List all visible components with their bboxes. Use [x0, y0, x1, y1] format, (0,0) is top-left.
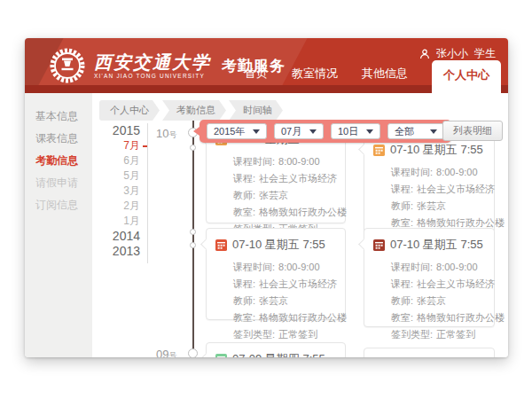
nav-item-other-info[interactable]: 其他信息 [362, 66, 408, 93]
chevron-down-icon [366, 129, 373, 134]
card-date: 07-10 星期五 7:55 [390, 142, 483, 158]
person-icon [419, 49, 430, 59]
user-name: 张小小 [436, 46, 468, 61]
field-value: 格物致知行政办公楼 [259, 312, 347, 323]
nav-item-home[interactable]: 首页 [245, 66, 268, 93]
university-name-en: XI'AN JIAO TONG UNIVERSITY [94, 73, 211, 79]
field-value: 正常签到 [278, 329, 317, 340]
year-select[interactable]: 2015年 [207, 123, 267, 139]
scale-month-2[interactable]: 2月 [98, 199, 140, 214]
field-label: 教室: [233, 207, 255, 217]
calendar-icon [373, 239, 385, 251]
field-value: 社会主义市场经济 [259, 278, 337, 289]
field-label: 教师: [233, 190, 255, 200]
field-value: 8:00-9:00 [436, 262, 477, 272]
month-select[interactable]: 07月 [274, 123, 324, 139]
field-label: 教师: [233, 295, 255, 306]
field-label: 教师: [391, 200, 413, 211]
scale-year-2015[interactable]: 2015 [98, 123, 140, 138]
breadcrumb-timeline[interactable]: 时间轴 [229, 100, 283, 121]
attendance-card [364, 348, 495, 357]
attendance-card: 07-10 星期五 7:55 课程时间:8:00-9:00 课程:社会主义市场经… [206, 228, 346, 320]
card-date: 07-09 星期四 7:55 [232, 351, 325, 357]
user-info[interactable]: 张小小 学生 [419, 46, 496, 61]
chevron-down-icon [430, 129, 437, 134]
scale-month-7[interactable]: 7月 [98, 138, 140, 153]
chevron-down-icon [253, 129, 260, 134]
field-value: 张芸京 [259, 295, 288, 306]
field-label: 课程: [233, 173, 255, 184]
chevron-down-icon [309, 129, 317, 134]
field-value: 正常签到 [436, 329, 475, 340]
main-nav: 首页 教室情况 其他信息 个人中心 [245, 60, 501, 93]
field-value: 社会主义市场经济 [417, 184, 495, 194]
attendance-card: 07-10 星期五 7:55 课程时间:8:00-9:00 课程:社会主义市场经… [364, 133, 495, 234]
field-label: 课程时间: [233, 156, 275, 167]
field-label: 课程: [233, 278, 255, 289]
list-detail-button[interactable]: 列表明细 [442, 121, 503, 141]
scale-month-5[interactable]: 5月 [98, 168, 140, 184]
sidebar-item-subscription-info[interactable]: 订阅信息 [35, 194, 92, 216]
field-label: 课程: [391, 184, 413, 194]
field-value: 8:00-9:00 [436, 167, 477, 177]
calendar-icon [373, 145, 385, 156]
type-select[interactable]: 全部 [387, 123, 444, 139]
app-window: 西安交通大学 XI'AN JIAO TONG UNIVERSITY 考勤服务 张… [25, 38, 508, 357]
field-value: 格物致知行政办公楼 [417, 312, 505, 323]
timeline-axis [192, 120, 194, 357]
sidebar-item-schedule-info[interactable]: 课表信息 [35, 128, 92, 150]
field-label: 签到类型: [233, 329, 275, 340]
card-date: 07-10 星期五 7:55 [390, 237, 483, 253]
field-value: 张芸京 [417, 200, 446, 211]
calendar-icon [215, 239, 227, 251]
timeline-node [190, 242, 196, 248]
field-label: 签到类型: [391, 329, 433, 340]
attendance-card: 07-09 星期四 7:55 [206, 342, 346, 357]
field-label: 课程时间: [391, 167, 433, 177]
timeline-node [188, 348, 198, 357]
scale-year-2013[interactable]: 2013 [98, 244, 140, 259]
attendance-card: 07-10 星期五 7:55 课程时间:8:00-9:00 课程:社会主义市场经… [364, 228, 495, 327]
field-label: 教室: [391, 217, 413, 228]
sidebar-item-attendance-info[interactable]: 考勤信息 [35, 150, 92, 172]
scale-year-2014[interactable]: 2014 [98, 229, 140, 244]
field-value: 格物致知行政办公楼 [417, 217, 505, 228]
sidebar: 基本信息 课表信息 考勤信息 请假申请 订阅信息 [25, 93, 92, 357]
field-value: 张芸京 [417, 295, 446, 306]
field-value: 格物致知行政办公楼 [259, 207, 347, 217]
filter-bar: 2015年 07月 10日 全部 [200, 120, 451, 143]
nav-item-personal-center[interactable]: 个人中心 [432, 60, 501, 93]
field-label: 课程时间: [233, 262, 275, 272]
nav-item-classrooms[interactable]: 教室情况 [292, 66, 338, 93]
breadcrumb: 个人中心 考勤信息 时间轴 [97, 100, 283, 121]
breadcrumb-attendance-info[interactable]: 考勤信息 [162, 100, 226, 121]
field-value: 社会主义市场经济 [259, 173, 337, 184]
university-logo-icon [48, 46, 87, 85]
scale-month-6[interactable]: 6月 [98, 153, 140, 168]
user-role: 学生 [474, 46, 496, 61]
field-label: 课程: [391, 278, 413, 289]
screen: 西安交通大学 XI'AN JIAO TONG UNIVERSITY 考勤服务 张… [0, 0, 532, 399]
field-value: 张芸京 [259, 190, 288, 200]
timeline-scale: 2015 7月 6月 5月 3月 2月 1月 2014 2013 [98, 123, 140, 259]
scale-month-3[interactable]: 3月 [98, 184, 140, 199]
field-label: 教室: [391, 312, 413, 323]
calendar-icon [215, 354, 227, 358]
sidebar-item-leave-request[interactable]: 请假申请 [35, 172, 92, 194]
scale-month-1[interactable]: 1月 [98, 214, 140, 229]
day-select[interactable]: 10日 [331, 123, 380, 139]
university-name-cn: 西安交通大学 [94, 52, 211, 72]
day-marker-10: 10号 [156, 125, 176, 141]
field-value: 社会主义市场经济 [417, 278, 495, 289]
field-label: 教室: [233, 312, 255, 323]
day-marker-09: 09号 [156, 346, 176, 357]
field-label: 教师: [391, 295, 413, 306]
breadcrumb-personal-center[interactable]: 个人中心 [99, 100, 160, 121]
timeline-node [190, 229, 196, 235]
scale-divider [147, 123, 148, 263]
field-label: 课程时间: [391, 262, 433, 272]
app-header: 西安交通大学 XI'AN JIAO TONG UNIVERSITY 考勤服务 张… [25, 38, 508, 93]
card-date: 07-10 星期五 7:55 [232, 237, 325, 253]
sidebar-item-basic-info[interactable]: 基本信息 [35, 106, 92, 128]
timeline-node [190, 145, 196, 151]
